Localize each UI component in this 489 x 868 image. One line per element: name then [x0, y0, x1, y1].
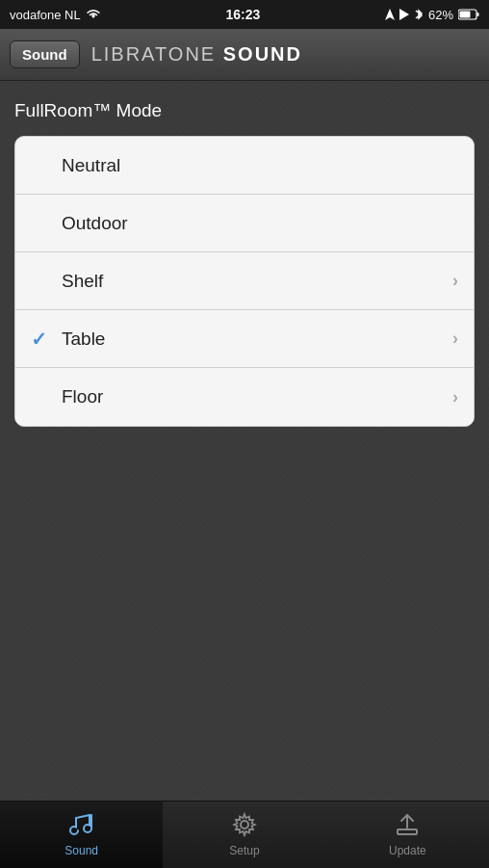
play-icon — [399, 9, 409, 20]
tab-update[interactable]: Update — [326, 802, 489, 868]
list-item-floor[interactable]: Floor › — [15, 368, 474, 426]
list-item-shelf[interactable]: Shelf › — [15, 252, 474, 310]
chevron-table-icon: › — [452, 329, 458, 349]
tab-sound[interactable]: Sound — [0, 802, 163, 868]
chevron-shelf-icon: › — [452, 271, 458, 291]
tab-bar: Sound Setup Update — [0, 801, 489, 868]
back-button[interactable]: Sound — [10, 40, 80, 68]
item-label-table: Table — [62, 329, 452, 350]
svg-point-5 — [241, 821, 248, 829]
music-note-icon — [69, 812, 94, 841]
arrow-icon — [385, 9, 395, 20]
svg-marker-1 — [399, 9, 409, 20]
content-area: FullRoom™ Mode Neutral Outdoor Shelf › ✓… — [0, 81, 489, 801]
mode-list: Neutral Outdoor Shelf › ✓ Table › Floor … — [14, 136, 475, 427]
list-item-table[interactable]: ✓ Table › — [15, 310, 474, 368]
svg-marker-0 — [385, 9, 395, 20]
tab-setup[interactable]: Setup — [163, 802, 325, 868]
list-item[interactable]: Outdoor — [15, 195, 474, 252]
list-item[interactable]: Neutral — [15, 137, 474, 195]
status-right: 62% — [385, 8, 479, 22]
gear-icon — [232, 812, 257, 841]
tab-sound-label: Sound — [64, 844, 98, 857]
svg-rect-4 — [459, 12, 470, 18]
battery-text: 62% — [428, 8, 453, 22]
status-bar: vodafone NL 16:23 62% — [0, 0, 489, 29]
carrier-text: vodafone NL — [10, 8, 81, 22]
upload-icon — [395, 812, 420, 841]
svg-rect-3 — [476, 13, 478, 16]
nav-bar: Sound LIBRATONE SOUND — [0, 29, 489, 81]
status-time: 16:23 — [225, 7, 260, 22]
battery-icon — [458, 9, 479, 20]
status-left: vodafone NL — [10, 8, 101, 22]
item-label-outdoor: Outdoor — [62, 213, 458, 234]
item-label-neutral: Neutral — [62, 155, 458, 176]
section-title: FullRoom™ Mode — [14, 100, 475, 121]
tab-update-label: Update — [389, 844, 426, 857]
item-label-floor: Floor — [62, 386, 452, 408]
bluetooth-icon — [414, 8, 424, 21]
checkmark-table: ✓ — [31, 328, 50, 351]
svg-rect-6 — [398, 829, 417, 834]
chevron-floor-icon: › — [452, 387, 458, 408]
nav-title: LIBRATONE SOUND — [91, 43, 302, 66]
tab-setup-label: Setup — [229, 844, 259, 857]
item-label-shelf: Shelf — [62, 271, 452, 292]
wifi-icon — [86, 9, 101, 20]
